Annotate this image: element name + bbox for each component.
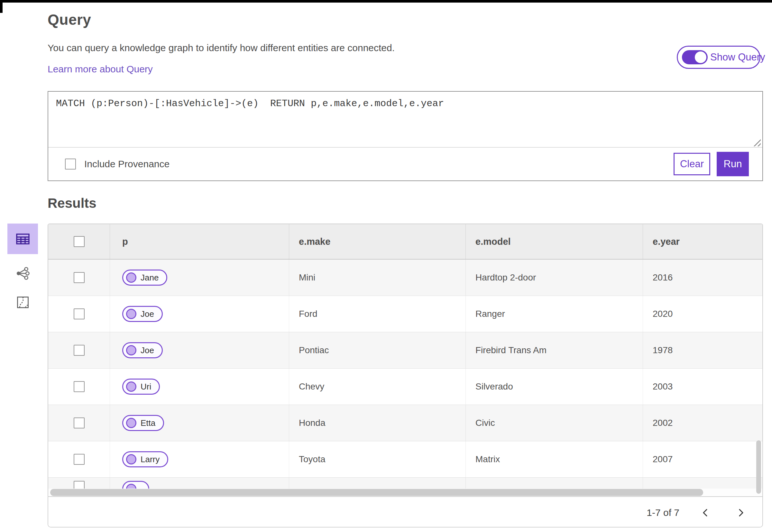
cell-make: Toyota xyxy=(289,441,466,477)
results-heading: Results xyxy=(48,196,97,211)
link-chart-view-button[interactable] xyxy=(7,264,38,283)
pagination-range-label: 1-7 of 7 xyxy=(647,507,679,518)
table-row[interactable]: Etta Honda Civic 2002 xyxy=(48,405,762,441)
cell-year: 2016 xyxy=(643,260,762,296)
chevron-left-icon xyxy=(701,508,710,518)
table-row[interactable]: Jane Mini Hardtop 2-door 2016 xyxy=(48,260,762,296)
run-button[interactable]: Run xyxy=(717,152,749,176)
query-page: Query You can query a knowledge graph to… xyxy=(0,0,772,532)
entity-pill[interactable]: Etta xyxy=(122,415,164,431)
next-page-button[interactable] xyxy=(731,503,750,522)
select-all-cell xyxy=(48,224,110,259)
entity-pill[interactable]: Uri xyxy=(122,379,160,395)
entity-name: Etta xyxy=(141,418,155,428)
entity-dot-icon xyxy=(126,381,136,392)
table-header-row: p e.make e.model e.year xyxy=(48,224,762,260)
cell-make: Pontiac xyxy=(289,332,466,368)
table-row[interactable]: Larry Toyota Matrix 2007 xyxy=(48,441,762,478)
entity-name: Uri xyxy=(141,382,151,392)
table-row[interactable]: Joe Pontiac Firebird Trans Am 1978 xyxy=(48,332,762,369)
row-checkbox[interactable] xyxy=(74,308,85,319)
previous-page-button[interactable] xyxy=(696,503,715,522)
cell-model: Matrix xyxy=(466,441,643,477)
entity-pill[interactable]: Larry xyxy=(122,451,168,467)
map-view-icon xyxy=(16,295,30,309)
entity-name: Joe xyxy=(141,309,154,319)
link-chart-view-icon xyxy=(15,266,30,281)
cell-year: 1978 xyxy=(643,332,762,368)
entity-name: Joe xyxy=(141,345,154,355)
cell-model: Silverado xyxy=(466,369,643,405)
entity-pill[interactable] xyxy=(122,481,149,489)
results-view-rail xyxy=(7,224,38,312)
row-checkbox[interactable] xyxy=(74,381,85,392)
entity-dot-icon xyxy=(126,454,136,464)
results-table: p e.make e.model e.year Jane Mini Hardto… xyxy=(48,224,763,527)
page-title: Query xyxy=(48,11,91,28)
column-header-p[interactable]: p xyxy=(110,224,289,259)
table-row-partial[interactable] xyxy=(48,478,762,489)
cell-model: Hardtop 2-door xyxy=(466,260,643,296)
cell-model: Firebird Trans Am xyxy=(466,332,643,368)
include-provenance-checkbox[interactable] xyxy=(65,159,76,170)
vertical-scrollbar-thumb[interactable] xyxy=(756,440,761,494)
cell-year: 2007 xyxy=(643,441,762,477)
horizontal-scrollbar[interactable] xyxy=(48,489,762,496)
row-checkbox[interactable] xyxy=(74,481,85,489)
map-view-button[interactable] xyxy=(7,293,38,312)
entity-name: Larry xyxy=(141,454,160,464)
column-header-make[interactable]: e.make xyxy=(289,224,466,259)
entity-name: Jane xyxy=(141,273,159,283)
cell-make: Honda xyxy=(289,405,466,441)
table-view-icon xyxy=(15,231,31,247)
entity-dot-icon xyxy=(126,345,136,355)
entity-dot-icon xyxy=(126,309,136,319)
entity-pill[interactable]: Jane xyxy=(122,270,167,286)
row-checkbox[interactable] xyxy=(74,454,85,465)
clear-button[interactable]: Clear xyxy=(674,153,710,175)
cell-make: Mini xyxy=(289,260,466,296)
include-provenance-label: Include Provenance xyxy=(84,159,170,170)
cell-make: Chevy xyxy=(289,369,466,405)
query-editor-panel: MATCH (p:Person)-[:HasVehicle]->(e) RETU… xyxy=(48,91,763,181)
table-view-button[interactable] xyxy=(7,224,38,254)
window-edge-left xyxy=(0,0,3,13)
row-checkbox[interactable] xyxy=(74,345,85,356)
window-edge-top xyxy=(0,0,772,3)
chevron-right-icon xyxy=(736,508,746,518)
table-row[interactable]: Uri Chevy Silverado 2003 xyxy=(48,369,762,405)
select-all-checkbox[interactable] xyxy=(74,236,85,247)
toggle-knob xyxy=(695,51,706,63)
cell-year: 2003 xyxy=(643,369,762,405)
toggle-switch-icon[interactable] xyxy=(682,50,708,64)
cell-make: Ford xyxy=(289,296,466,332)
page-description: You can query a knowledge graph to ident… xyxy=(48,42,395,53)
show-query-toggle[interactable]: Show Query xyxy=(677,46,760,69)
cell-model: Civic xyxy=(466,405,643,441)
entity-dot-icon xyxy=(126,418,136,428)
row-checkbox[interactable] xyxy=(74,272,85,283)
cell-year: 2020 xyxy=(643,296,762,332)
cell-model: Ranger xyxy=(466,296,643,332)
entity-pill[interactable]: Joe xyxy=(122,342,163,358)
entity-pill[interactable]: Joe xyxy=(122,306,163,322)
show-query-label: Show Query xyxy=(710,51,765,63)
learn-more-link[interactable]: Learn more about Query xyxy=(48,64,153,75)
column-header-model[interactable]: e.model xyxy=(466,224,643,259)
horizontal-scrollbar-thumb[interactable] xyxy=(50,489,703,496)
column-header-year[interactable]: e.year xyxy=(643,224,762,259)
cell-year: 2002 xyxy=(643,405,762,441)
row-checkbox[interactable] xyxy=(74,417,85,428)
entity-dot-icon xyxy=(126,484,136,489)
table-row[interactable]: Joe Ford Ranger 2020 xyxy=(48,296,762,332)
pagination-bar: 1-7 of 7 xyxy=(48,496,762,527)
entity-dot-icon xyxy=(126,272,136,283)
query-input[interactable]: MATCH (p:Person)-[:HasVehicle]->(e) RETU… xyxy=(48,92,762,146)
query-controls-row: Include Provenance Clear Run xyxy=(48,148,762,180)
